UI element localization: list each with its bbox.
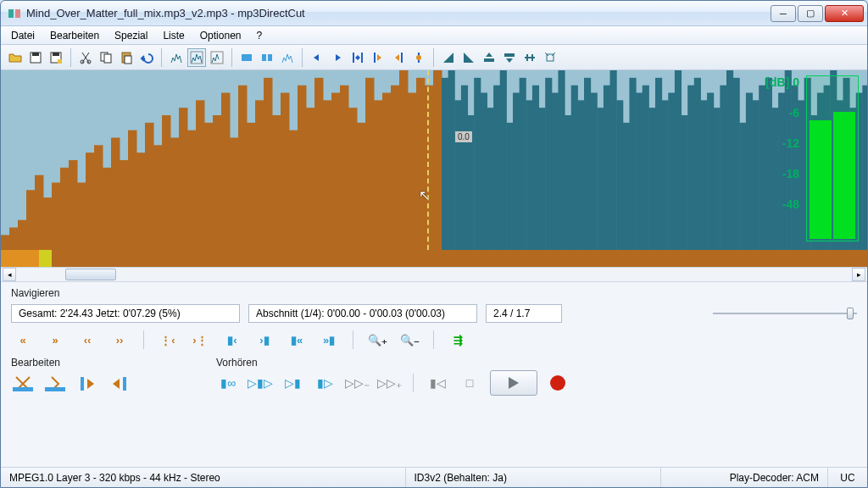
nav-cut-end-icon[interactable]: ›▮ (253, 330, 276, 350)
loop-icon[interactable]: ▮∞ (216, 373, 240, 393)
close-button[interactable]: ✕ (825, 5, 864, 22)
statusbar: MPEG1.0 Layer 3 - 320 kbps - 44 kHz - St… (1, 467, 867, 487)
select-range-icon[interactable] (258, 48, 276, 67)
marker-start-icon[interactable] (308, 48, 326, 67)
svg-rect-50 (238, 86, 248, 250)
paste-icon[interactable] (117, 48, 136, 67)
status-id3: ID3v2 (Behalten: Ja) (406, 468, 662, 487)
marker-right-icon[interactable] (389, 48, 408, 67)
h-scrollbar[interactable]: ◂ ▸ (1, 267, 867, 282)
record-button[interactable] (546, 373, 570, 393)
svg-rect-5 (53, 53, 59, 56)
nav-rew-icon[interactable]: ‹‹ (75, 330, 99, 350)
select-all-icon[interactable] (237, 48, 256, 67)
trim-icon[interactable] (541, 48, 559, 67)
minimize-button[interactable]: ─ (771, 5, 796, 22)
edit-mark-icon[interactable] (43, 374, 67, 394)
svg-rect-90 (545, 78, 552, 250)
nav-goto-icon[interactable]: ⇶ (446, 330, 470, 350)
svg-rect-115 (707, 93, 714, 251)
menu-spezial[interactable]: Spezial (108, 28, 154, 43)
fade-out-icon[interactable] (459, 48, 478, 67)
save-selection-icon[interactable] (47, 48, 65, 67)
svg-rect-62 (340, 86, 349, 250)
cut-icon[interactable] (76, 48, 95, 67)
zoom-mode-1-icon[interactable] (167, 48, 186, 67)
svg-rect-33 (94, 145, 103, 250)
open-icon[interactable] (6, 48, 25, 67)
svg-rect-61 (331, 93, 341, 251)
menu-datei[interactable]: Datei (4, 28, 42, 43)
vu-bar-left (810, 120, 832, 239)
slider-thumb[interactable] (847, 308, 854, 319)
menu-liste[interactable]: Liste (156, 28, 191, 43)
play-from-start-icon[interactable]: ▷▮▷ (248, 373, 272, 393)
fade-in-icon[interactable] (439, 48, 458, 67)
nav-mark-prev-icon[interactable]: ▮« (285, 330, 309, 350)
vu-bar-right (833, 112, 855, 239)
edit-cut-icon[interactable] (11, 374, 35, 394)
nav-cut-start-icon[interactable]: ▮‹ (220, 330, 244, 350)
total-time-field[interactable]: Gesamt: 2'24.43 Jetzt: 0'07.29 (5%) (11, 304, 240, 323)
nav-sel-end-icon[interactable]: ›⋮ (188, 330, 212, 350)
undo-icon[interactable] (137, 48, 156, 67)
menu-help[interactable]: ? (249, 28, 269, 43)
zoom-mode-3-icon[interactable] (208, 48, 226, 67)
scroll-left-icon[interactable]: ◂ (3, 268, 16, 281)
zoom-out-icon[interactable]: 🔍₋ (398, 330, 421, 350)
play-selection-icon[interactable]: ▷▮ (281, 373, 304, 393)
edit-set-end-icon[interactable] (108, 374, 131, 394)
scroll-right-icon[interactable]: ▸ (852, 268, 865, 281)
menu-bearbeiten[interactable]: Bearbeiten (43, 28, 106, 43)
play-after-icon[interactable]: ▷▷₊ (377, 373, 401, 393)
marker-left-icon[interactable] (369, 48, 387, 67)
svg-rect-82 (493, 86, 500, 250)
nav-sel-start-icon[interactable]: ⋮‹ (156, 330, 180, 350)
maximize-button[interactable]: ▢ (798, 5, 823, 22)
play-to-end-icon[interactable]: ▮▷ (313, 373, 337, 393)
scroll-track[interactable] (18, 269, 850, 280)
deselect-icon[interactable] (278, 48, 297, 67)
svg-rect-83 (500, 70, 507, 250)
section-time-field[interactable]: Abschnitt (1/4): 0'00.00 - 0'00.03 (0'00… (248, 304, 477, 323)
save-icon[interactable] (26, 48, 45, 67)
nav-mark-next-icon[interactable]: »▮ (317, 330, 341, 350)
edit-set-begin-icon[interactable] (75, 374, 99, 394)
titlebar[interactable]: Mind_Over_Matter_full_mix.mp3_v2.mp3 - m… (1, 1, 867, 26)
ratio-field[interactable]: 2.4 / 1.7 (486, 304, 562, 323)
scroll-thumb[interactable] (65, 269, 116, 280)
overview-strip[interactable] (1, 250, 867, 267)
window-title: Mind_Over_Matter_full_mix.mp3_v2.mp3 - m… (26, 7, 771, 19)
svg-rect-23 (9, 228, 19, 251)
copy-icon[interactable] (97, 48, 115, 67)
svg-point-8 (87, 60, 91, 64)
svg-rect-65 (365, 78, 375, 250)
svg-rect-100 (610, 70, 617, 250)
svg-rect-19 (484, 58, 494, 62)
marker-both-icon[interactable] (348, 48, 367, 67)
menu-optionen[interactable]: Optionen (193, 28, 248, 43)
normalize-icon[interactable] (520, 48, 539, 67)
zoom-slider[interactable] (713, 305, 857, 322)
playhead-cursor[interactable] (427, 70, 429, 250)
gain-down-icon[interactable] (500, 48, 519, 67)
nav-prev-icon[interactable]: » (43, 330, 67, 350)
svg-rect-31 (77, 183, 86, 251)
svg-rect-43 (179, 108, 188, 250)
marker-center-icon[interactable] (409, 48, 428, 67)
svg-rect-15 (242, 54, 252, 61)
waveform-view[interactable]: 0.0 ↖ [dB] 0 -6 -12 -18 -48 (1, 70, 867, 250)
zoom-mode-2-icon[interactable] (187, 48, 206, 67)
marker-end-icon[interactable] (328, 48, 347, 67)
play-before-icon[interactable]: ▷▷₋ (345, 373, 369, 393)
svg-rect-142 (81, 377, 84, 391)
zoom-in-icon[interactable]: 🔍₊ (365, 330, 389, 350)
play-button[interactable] (490, 370, 537, 396)
stop-icon[interactable]: □ (458, 373, 481, 393)
gain-up-icon[interactable] (480, 48, 498, 67)
skip-back-icon[interactable]: ▮◁ (426, 373, 449, 393)
toolbar (1, 45, 867, 70)
nav-fwd-icon[interactable]: ›› (108, 330, 131, 350)
svg-rect-34 (103, 168, 112, 250)
nav-first-icon[interactable]: « (11, 330, 35, 350)
